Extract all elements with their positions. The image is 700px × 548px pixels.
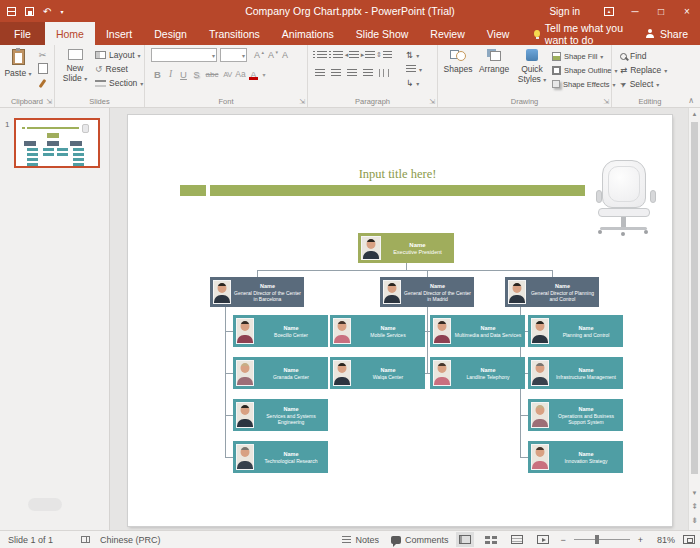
text-direction-button[interactable]: ⇅ ▾ [406,48,419,62]
slide-counter[interactable]: Slide 1 of 1 [8,535,53,545]
org-box[interactable]: Name Granada Center [233,357,328,389]
proofing-language-icon[interactable] [81,536,90,543]
tab-review[interactable]: Review [419,22,475,45]
scroll-down-icon[interactable]: ▼ [689,490,700,496]
undo-button[interactable]: ↶ [43,6,51,17]
org-box[interactable]: Name Operations and Business Support Sys… [528,399,623,431]
underline-button[interactable]: U [177,67,190,81]
decrease-font-size-button[interactable]: A▾ [264,48,278,62]
minimize-button[interactable]: ─ [622,0,648,22]
justify-button[interactable] [360,66,376,80]
language-label[interactable]: Chinese (PRC) [100,535,161,545]
section-button[interactable]: Section ▾ [95,76,143,90]
bold-button[interactable]: B [151,67,164,81]
notes-button[interactable]: Notes [342,535,379,545]
tab-home[interactable]: Home [45,22,95,45]
maximize-button[interactable]: □ [648,0,674,22]
shapes-button[interactable]: Shapes [442,48,474,74]
font-dialog-launcher[interactable]: ⇲ [299,98,305,106]
find-button[interactable]: Find [620,49,647,63]
columns-button[interactable] [376,66,392,80]
customize-qat-button[interactable]: ▾ [60,8,63,15]
indent-decrease-button[interactable]: ◂ [344,48,360,62]
strikethrough-button[interactable]: abc [203,67,221,81]
reading-view-button[interactable] [508,532,526,547]
align-text-button[interactable]: ▾ [406,62,422,76]
font-color-dropdown[interactable]: ▾ [260,67,268,81]
org-box[interactable]: Name Planning and Control [528,315,623,347]
copy-button[interactable] [35,62,50,76]
org-box[interactable]: Name Mobile Services [330,315,425,347]
slide-thumbnail[interactable] [14,118,100,168]
org-box[interactable]: Name Technological Research [233,441,328,473]
tab-view[interactable]: View [476,22,521,45]
cut-button[interactable]: ✂ [35,48,50,62]
paste-button[interactable]: Paste ▾ [3,48,33,79]
fit-to-window-button[interactable] [683,535,695,544]
slideshow-view-button[interactable] [534,532,552,547]
align-center-button[interactable] [328,66,344,80]
zoom-level[interactable]: 81% [651,535,675,545]
save-button[interactable] [25,7,34,16]
shape-outline-button[interactable]: Shape Outline ▾ [552,63,618,77]
org-box[interactable]: Name Services and Systems Engineering [233,399,328,431]
ribbon-display-options-button[interactable]: ▴ [596,0,622,22]
collapse-ribbon-button[interactable]: ∧ [688,96,694,105]
org-box[interactable]: Name Infrastructure Management [528,357,623,389]
zoom-slider-thumb[interactable] [595,535,599,544]
tab-file[interactable]: File [0,22,45,45]
org-box[interactable]: Name Boecillo Center [233,315,328,347]
bullets-button[interactable] [312,48,328,62]
shape-fill-button[interactable]: Shape Fill ▾ [552,49,603,63]
tab-insert[interactable]: Insert [95,22,143,45]
arrange-button[interactable]: Arrange [476,48,512,74]
normal-view-button[interactable] [456,532,474,547]
layout-button[interactable]: Layout ▾ [95,48,141,62]
clipboard-dialog-launcher[interactable]: ⇲ [46,98,52,106]
zoom-slider[interactable] [574,539,630,540]
zoom-in-button[interactable]: + [638,535,643,545]
italic-button[interactable]: I [164,67,177,81]
vertical-scrollbar[interactable]: ▲ ▼ ⇞ ⇟ [688,108,700,530]
tab-slideshow[interactable]: Slide Show [345,22,420,45]
scroll-up-icon[interactable]: ▲ [689,111,700,117]
scrollbar-thumb[interactable] [691,122,698,474]
font-name-select[interactable]: ▾ [151,48,217,62]
clear-formatting-button[interactable]: A [278,48,292,62]
zoom-out-button[interactable]: − [560,535,565,545]
previous-slide-button[interactable]: ⇞ [689,502,700,511]
align-left-button[interactable] [312,66,328,80]
shape-effects-button[interactable]: Shape Effects ▾ [552,77,616,91]
comments-button[interactable]: Comments [391,535,449,545]
org-box-executive[interactable]: Name Executive President [358,233,454,263]
text-shadow-button[interactable]: S [190,67,203,81]
align-right-button[interactable] [344,66,360,80]
tab-transitions[interactable]: Transitions [198,22,271,45]
office-chair-image[interactable] [590,160,662,236]
select-button[interactable]: ➤ Select ▾ [620,77,659,91]
slide-title-placeholder[interactable]: Input title here! [210,167,585,182]
sign-in-button[interactable]: Sign in [549,6,580,17]
font-color-button[interactable]: A [247,67,260,81]
format-painter-button[interactable] [35,76,50,90]
indent-increase-button[interactable]: ▸ [360,48,376,62]
character-spacing-button[interactable]: AV [221,67,234,81]
slide-sorter-view-button[interactable] [482,532,500,547]
drawing-dialog-launcher[interactable]: ⇲ [603,98,609,106]
replace-button[interactable]: ⇄ Replace ▾ [620,63,667,77]
next-slide-button[interactable]: ⇟ [689,516,700,525]
org-box-director[interactable]: Name General Director of Planning and Co… [505,277,599,307]
tell-me-box[interactable]: Tell me what you want to do [534,22,646,45]
line-spacing-button[interactable]: ⇕ [376,48,392,62]
org-box-director[interactable]: Name General Director of the Center in M… [380,277,474,307]
increase-font-size-button[interactable]: A▴ [250,48,264,62]
convert-smartart-button[interactable]: ↳ ▾ [406,76,419,90]
org-box[interactable]: Name Innovation Strategy [528,441,623,473]
font-size-select[interactable]: ▾ [220,48,247,62]
new-slide-button[interactable]: New Slide ▾ [59,48,91,84]
org-box[interactable]: Name Walqa Center [330,357,425,389]
org-box[interactable]: Name Landline Telephony [430,357,525,389]
numbering-button[interactable] [328,48,344,62]
slide-canvas[interactable]: Input title here! [128,115,672,526]
reset-button[interactable]: ↺ Reset [95,62,128,76]
